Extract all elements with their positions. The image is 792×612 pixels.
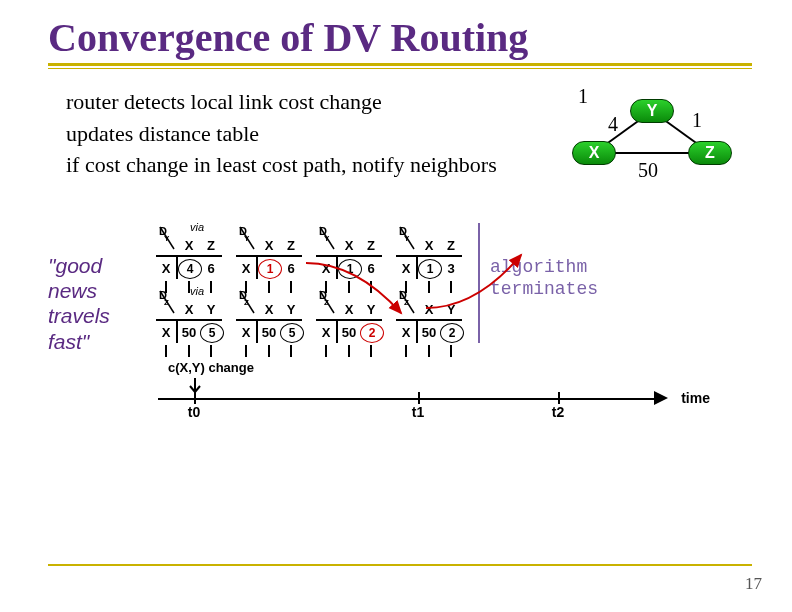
edge-xz: 50 — [638, 159, 658, 182]
edge-xy-new: 1 — [578, 85, 588, 108]
dv-table: via DZ XY X 505 — [156, 287, 222, 343]
router-x-icon: X — [572, 141, 616, 165]
col-head: X — [338, 302, 360, 317]
dv-cell: 6 — [360, 261, 382, 279]
dv-cell: 50 — [178, 325, 200, 343]
svg-line-26 — [400, 291, 414, 313]
via-label: via — [190, 285, 204, 297]
tick-t0: t0 — [188, 404, 200, 420]
bullet-3: if cost change in least cost path, notif… — [66, 150, 528, 180]
quote-good-news: "good news travels fast" — [48, 223, 148, 354]
col-head: Y — [440, 302, 462, 317]
dv-cell: 2 — [440, 325, 462, 343]
separator — [478, 223, 480, 343]
footer-rule — [48, 564, 752, 566]
change-label: c(X,Y) change — [168, 360, 254, 375]
row-head: X — [236, 257, 258, 279]
dv-cell: 6 — [280, 261, 302, 279]
dv-cell: 50 — [338, 325, 360, 343]
svg-line-8 — [160, 291, 174, 313]
tick-t2: t2 — [552, 404, 564, 420]
svg-line-5 — [160, 227, 174, 249]
row-head: X — [236, 321, 258, 343]
slide-title: Convergence of DV Routing — [48, 14, 752, 61]
dv-tables: via DY XZ X 46 via DZ XY X 505 DY XZ — [156, 223, 482, 343]
col-head: X — [258, 302, 280, 317]
col-head: X — [338, 238, 360, 253]
dv-table: DZ XY X 502 — [316, 287, 382, 343]
dv-cell: 4 — [178, 261, 200, 279]
col-head: Z — [440, 238, 462, 253]
dv-cell: 5 — [200, 325, 222, 343]
col-head: Z — [360, 238, 382, 253]
dv-cell: 3 — [440, 261, 462, 279]
col-head: Z — [280, 238, 302, 253]
dv-cell: 2 — [360, 325, 382, 343]
via-label: via — [190, 221, 204, 233]
dv-cell: 6 — [200, 261, 222, 279]
svg-line-14 — [240, 291, 254, 313]
time-label: time — [681, 390, 710, 406]
row-head: X — [396, 257, 418, 279]
network-diagram: X Y Z 1 4 1 50 — [552, 81, 752, 201]
col-head: X — [418, 302, 440, 317]
row-head: X — [396, 321, 418, 343]
row-head: X — [316, 257, 338, 279]
dv-cell: 1 — [338, 261, 360, 279]
svg-line-17 — [320, 227, 334, 249]
col-head: Y — [360, 302, 382, 317]
svg-line-11 — [240, 227, 254, 249]
dv-table: DZ XY X 502 — [396, 287, 462, 343]
col-head: Y — [200, 302, 222, 317]
col-head: Z — [200, 238, 222, 253]
bullet-1: router detects local link cost change — [66, 87, 528, 117]
dv-table: DY XZ X 16 — [316, 223, 382, 279]
rule-thick — [48, 63, 752, 66]
dv-table: via DY XZ X 46 — [156, 223, 222, 279]
dv-cell: 1 — [258, 261, 280, 279]
row-head: X — [156, 321, 178, 343]
dv-cell: 5 — [280, 325, 302, 343]
router-y-icon: Y — [630, 99, 674, 123]
col-head: X — [178, 302, 200, 317]
dv-table: DZ XY X 505 — [236, 287, 302, 343]
dv-table: DY XZ X 16 — [236, 223, 302, 279]
algorithm-terminates: algorithm terminates — [490, 223, 610, 300]
dv-cell: 50 — [258, 325, 280, 343]
svg-line-23 — [400, 227, 414, 249]
tick-t1: t1 — [412, 404, 424, 420]
col-head: Y — [280, 302, 302, 317]
row-head: X — [316, 321, 338, 343]
router-z-icon: Z — [688, 141, 732, 165]
rule-thin — [48, 68, 752, 69]
bullet-2: updates distance table — [66, 119, 528, 149]
col-head: X — [178, 238, 200, 253]
edge-yz: 1 — [692, 109, 702, 132]
dv-cell: 1 — [418, 261, 440, 279]
page-number: 17 — [745, 574, 762, 594]
col-head: X — [418, 238, 440, 253]
bullet-list: router detects local link cost change up… — [48, 87, 528, 182]
time-axis: c(X,Y) change t0 t1 t2 time — [158, 358, 668, 418]
row-head: X — [156, 257, 178, 279]
dv-table: DY XZ X 13 — [396, 223, 462, 279]
col-head: X — [258, 238, 280, 253]
dv-cell: 50 — [418, 325, 440, 343]
edge-xy-old: 4 — [608, 113, 618, 136]
svg-line-20 — [320, 291, 334, 313]
